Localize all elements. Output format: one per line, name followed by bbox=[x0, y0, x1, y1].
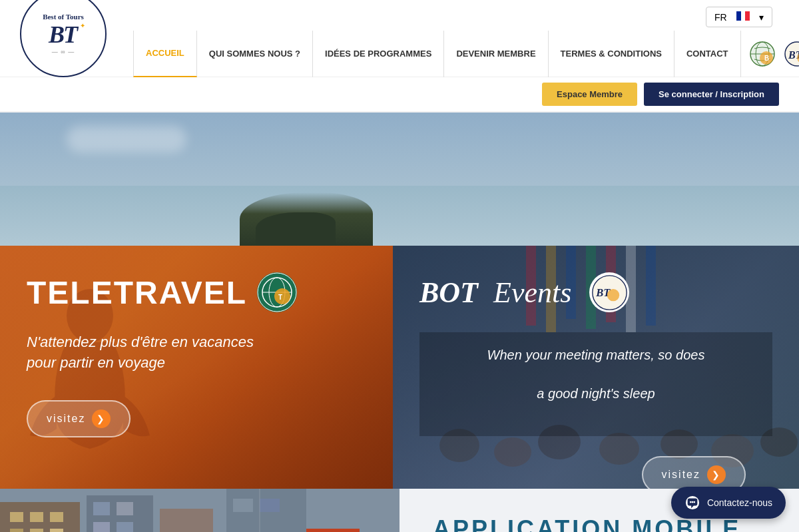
hero-section bbox=[0, 113, 799, 246]
svg-rect-52 bbox=[260, 499, 280, 512]
visitez-chevron-icon: ❯ bbox=[92, 409, 111, 428]
language-flag bbox=[736, 11, 750, 23]
connect-button[interactable]: Se connecter / Inscription bbox=[644, 83, 779, 106]
logo[interactable]: Best of Tours B T ✦ — ∞ — bbox=[20, 0, 107, 77]
city-image: HAL bbox=[0, 489, 400, 532]
svg-rect-42 bbox=[30, 529, 43, 532]
svg-rect-41 bbox=[10, 529, 23, 532]
language-selector[interactable]: FR ▾ bbox=[706, 7, 772, 27]
bot-events-subtitle-box: When your meeting matters, so does a goo… bbox=[419, 332, 772, 436]
card-bot-events: BOT Events BT When your meeting matters,… bbox=[393, 246, 799, 489]
nav-item-qui-sommes-nous[interactable]: QUI SOMMES NOUS ? bbox=[197, 31, 313, 77]
svg-rect-61 bbox=[306, 529, 360, 532]
svg-rect-46 bbox=[117, 502, 133, 515]
teletravel-title-row: TELETRAVEL T bbox=[27, 272, 366, 312]
svg-point-35 bbox=[607, 289, 619, 301]
teletravel-visitez-button[interactable]: visitez ❯ bbox=[27, 400, 131, 437]
nav-item-termes-conditions[interactable]: TERMES & CONDITIONS bbox=[549, 31, 674, 77]
teletravel-subtitle: N'attendez plus d'être en vacances pour … bbox=[27, 332, 366, 374]
svg-rect-43 bbox=[50, 529, 63, 532]
events-title: Events bbox=[493, 276, 571, 310]
nav-item-idees-programmes[interactable]: IDÉES DE PROGRAMMES bbox=[313, 31, 444, 77]
teletravel-logo-icon: T bbox=[257, 272, 297, 312]
bot-title: BOT bbox=[419, 276, 478, 310]
cards-section: TELETRAVEL T N'attendez plus d'être en v… bbox=[0, 246, 799, 489]
chat-icon bbox=[684, 495, 700, 511]
svg-rect-38 bbox=[10, 512, 23, 522]
svg-rect-45 bbox=[93, 502, 110, 515]
bot-events-visitez-button[interactable]: visitez ❯ bbox=[642, 456, 746, 489]
svg-rect-39 bbox=[30, 512, 43, 522]
nav-bar: Best of Tours B T ✦ — ∞ — ACCUEIL QUI SO… bbox=[0, 31, 799, 77]
teletravel-title: TELETRAVEL bbox=[27, 274, 247, 311]
nav-item-contact[interactable]: CONTACT bbox=[674, 31, 741, 77]
svg-rect-1 bbox=[741, 11, 745, 21]
svg-point-66 bbox=[692, 501, 694, 503]
chat-widget[interactable]: Contactez-nous bbox=[671, 487, 786, 519]
bot-events-title-row: BOT Events BT bbox=[419, 272, 772, 312]
card-teletravel: TELETRAVEL T N'attendez plus d'être en v… bbox=[0, 246, 393, 489]
nav-item-accueil[interactable]: ACCUEIL bbox=[133, 31, 197, 77]
svg-rect-51 bbox=[233, 499, 253, 512]
svg-text:B: B bbox=[764, 55, 769, 62]
svg-rect-2 bbox=[745, 11, 750, 21]
main-nav: ACCUEIL QUI SOMMES NOUS ? IDÉES DE PROGR… bbox=[133, 31, 741, 77]
language-current: FR bbox=[714, 12, 727, 23]
svg-rect-47 bbox=[93, 522, 110, 532]
dropdown-arrow: ▾ bbox=[759, 12, 764, 23]
nav-icon-bt[interactable]: BT ⚜ bbox=[782, 39, 799, 69]
svg-point-65 bbox=[690, 501, 692, 503]
bot-logo-icon: BT bbox=[589, 272, 629, 312]
action-buttons: Espace Membre Se connecter / Inscription bbox=[0, 77, 799, 111]
svg-rect-48 bbox=[117, 522, 133, 532]
svg-rect-40 bbox=[50, 512, 63, 522]
chat-label: Contactez-nous bbox=[707, 497, 772, 508]
espace-membre-button[interactable]: Espace Membre bbox=[542, 83, 637, 106]
svg-rect-0 bbox=[736, 11, 741, 21]
svg-point-67 bbox=[693, 501, 695, 503]
nav-icon-globe[interactable]: B bbox=[748, 39, 777, 69]
svg-text:T: T bbox=[278, 294, 282, 301]
nav-icons: B BT ⚜ bbox=[748, 39, 799, 69]
bot-visitez-chevron-icon: ❯ bbox=[707, 465, 726, 484]
nav-item-devenir-membre[interactable]: DEVENIR MEMBRE bbox=[444, 31, 548, 77]
header-top: FR ▾ bbox=[0, 0, 799, 31]
svg-rect-49 bbox=[160, 509, 213, 532]
